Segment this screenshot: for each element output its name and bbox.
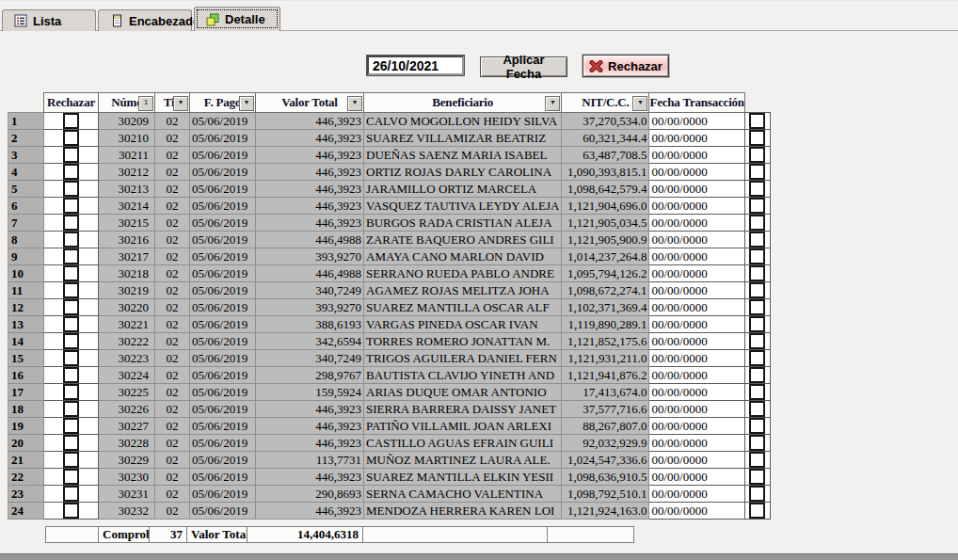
beneficiario-cell[interactable]: ZARATE BAQUERO ANDRES GILI xyxy=(364,232,562,248)
reject-checkbox[interactable] xyxy=(63,113,79,129)
valor-total-cell[interactable]: 159,5924 xyxy=(256,384,364,401)
valor-total-cell[interactable]: 446,4988 xyxy=(256,232,364,248)
row-number-cell[interactable]: 1 xyxy=(8,113,44,130)
reject-checkbox[interactable] xyxy=(63,316,79,332)
filter-button-nit[interactable]: ▾ xyxy=(632,96,647,111)
nit-cell[interactable]: 37,270,534.0 xyxy=(562,113,649,130)
fecha-transaccion-cell[interactable]: 00/00/0000 xyxy=(649,486,744,503)
beneficiario-cell[interactable]: SUAREZ VILLAMIZAR BEATRIZ xyxy=(364,130,562,147)
numero-cell[interactable]: 30219 xyxy=(99,282,155,299)
column-header-tipo[interactable]: Tip▾ xyxy=(155,93,190,113)
fecha-transaccion-cell[interactable]: 00/00/0000 xyxy=(649,316,744,333)
valor-total-cell[interactable]: 446,3923 xyxy=(256,164,364,181)
valor-total-cell[interactable]: 388,6193 xyxy=(256,316,364,333)
reject-checkbox[interactable] xyxy=(63,265,79,281)
tab-lista[interactable]: Lista xyxy=(2,9,96,31)
fecha-transaccion-cell[interactable]: 00/00/0000 xyxy=(649,265,744,282)
numero-cell[interactable]: 30209 xyxy=(99,113,155,130)
confirm-checkbox[interactable] xyxy=(749,130,765,146)
numero-cell[interactable]: 30227 xyxy=(99,418,155,435)
tipo-cell[interactable]: 02 xyxy=(155,265,190,282)
row-number-cell[interactable]: 2 xyxy=(8,130,44,147)
fecha-transaccion-cell[interactable]: 00/00/0000 xyxy=(649,401,744,418)
reject-checkbox[interactable] xyxy=(63,367,79,383)
reject-checkbox[interactable] xyxy=(63,282,79,298)
nit-cell[interactable]: 1,102,371,369.4 xyxy=(562,299,649,316)
column-header-rechazar[interactable]: Rechazar xyxy=(44,93,99,113)
reject-checkbox[interactable] xyxy=(63,164,79,180)
fecha-pago-cell[interactable]: 05/06/2019 xyxy=(190,282,256,299)
nit-cell[interactable]: 1,121,924,163.0 xyxy=(562,503,649,520)
column-header-valor[interactable]: Valor Total▾ xyxy=(256,93,364,113)
reject-checkbox[interactable] xyxy=(63,418,79,434)
fecha-pago-cell[interactable]: 05/06/2019 xyxy=(190,215,256,232)
fecha-transaccion-cell[interactable]: 00/00/0000 xyxy=(649,198,744,215)
numero-cell[interactable]: 30214 xyxy=(99,198,155,215)
fecha-transaccion-cell[interactable]: 00/00/0000 xyxy=(649,215,744,232)
tipo-cell[interactable]: 02 xyxy=(155,418,190,435)
row-number-cell[interactable]: 16 xyxy=(8,367,44,384)
row-number-cell[interactable]: 12 xyxy=(8,299,44,316)
valor-total-cell[interactable]: 290,8693 xyxy=(256,486,364,503)
nit-cell[interactable]: 1,119,890,289.1 xyxy=(562,316,649,333)
tipo-cell[interactable]: 02 xyxy=(155,503,190,520)
row-number-cell[interactable]: 13 xyxy=(8,316,44,333)
nit-cell[interactable]: 88,267,807.0 xyxy=(562,418,649,435)
numero-cell[interactable]: 30220 xyxy=(99,299,155,316)
valor-total-cell[interactable]: 446,3923 xyxy=(256,435,364,452)
tipo-cell[interactable]: 02 xyxy=(155,435,190,452)
tipo-cell[interactable]: 02 xyxy=(155,248,190,265)
fecha-pago-cell[interactable]: 05/06/2019 xyxy=(190,299,256,316)
tipo-cell[interactable]: 02 xyxy=(155,282,190,299)
tipo-cell[interactable]: 02 xyxy=(155,147,190,164)
reject-checkbox[interactable] xyxy=(63,248,79,264)
filter-button-valor[interactable]: ▾ xyxy=(347,96,362,111)
fecha-transaccion-cell[interactable]: 00/00/0000 xyxy=(649,452,744,469)
tipo-cell[interactable]: 02 xyxy=(155,113,190,130)
confirm-checkbox[interactable] xyxy=(749,113,765,129)
numero-cell[interactable]: 30224 xyxy=(99,367,155,384)
fecha-pago-cell[interactable]: 05/06/2019 xyxy=(190,147,256,164)
reject-checkbox[interactable] xyxy=(63,435,79,451)
row-number-cell[interactable]: 14 xyxy=(8,333,44,350)
column-header-numero[interactable]: Núme1 xyxy=(99,93,155,113)
beneficiario-cell[interactable]: ARIAS DUQUE OMAR ANTONIO xyxy=(364,384,562,401)
valor-total-cell[interactable]: 446,3923 xyxy=(256,181,364,198)
tipo-cell[interactable]: 02 xyxy=(155,367,190,384)
confirm-checkbox[interactable] xyxy=(749,265,765,281)
fecha-pago-cell[interactable]: 05/06/2019 xyxy=(190,130,256,147)
sort-button-numero[interactable]: 1 xyxy=(138,96,153,111)
row-number-cell[interactable]: 21 xyxy=(8,452,44,469)
date-input[interactable] xyxy=(367,56,464,75)
tipo-cell[interactable]: 02 xyxy=(155,384,190,401)
reject-checkbox[interactable] xyxy=(63,333,79,349)
valor-total-cell[interactable]: 446,4988 xyxy=(256,265,364,282)
fecha-transaccion-cell[interactable]: 00/00/0000 xyxy=(649,418,744,435)
nit-cell[interactable]: 1,121,904,696.0 xyxy=(562,198,649,215)
confirm-checkbox[interactable] xyxy=(749,333,765,349)
numero-cell[interactable]: 30229 xyxy=(99,452,155,469)
fecha-transaccion-cell[interactable]: 00/00/0000 xyxy=(649,113,744,130)
valor-total-cell[interactable]: 393,9270 xyxy=(256,299,364,316)
beneficiario-cell[interactable]: AMAYA CANO MARLON DAVID xyxy=(364,248,562,265)
reject-checkbox[interactable] xyxy=(63,469,79,485)
row-number-cell[interactable]: 5 xyxy=(8,181,44,198)
column-header-beneficiario[interactable]: Beneficiario▾ xyxy=(364,93,562,113)
nit-cell[interactable]: 63,487,708.5 xyxy=(562,147,649,164)
beneficiario-cell[interactable]: SIERRA BARRERA DAISSY JANET xyxy=(364,401,562,418)
confirm-checkbox[interactable] xyxy=(749,282,765,298)
fecha-pago-cell[interactable]: 05/06/2019 xyxy=(190,248,256,265)
nit-cell[interactable]: 1,014,237,264.8 xyxy=(562,248,649,265)
valor-total-cell[interactable]: 446,3923 xyxy=(256,130,364,147)
confirm-checkbox[interactable] xyxy=(749,181,765,197)
reject-checkbox[interactable] xyxy=(63,181,79,197)
valor-total-cell[interactable]: 446,3923 xyxy=(256,198,364,215)
fecha-pago-cell[interactable]: 05/06/2019 xyxy=(190,435,256,452)
beneficiario-cell[interactable]: PATIÑO VILLAMIL JOAN ARLEXI xyxy=(364,418,562,435)
valor-total-cell[interactable]: 298,9767 xyxy=(256,367,364,384)
beneficiario-cell[interactable]: AGAMEZ ROJAS MELITZA JOHA xyxy=(364,282,562,299)
fecha-transaccion-cell[interactable]: 00/00/0000 xyxy=(649,130,744,147)
confirm-checkbox[interactable] xyxy=(749,367,765,383)
fecha-transaccion-cell[interactable]: 00/00/0000 xyxy=(649,435,744,452)
row-number-cell[interactable]: 3 xyxy=(8,147,44,164)
